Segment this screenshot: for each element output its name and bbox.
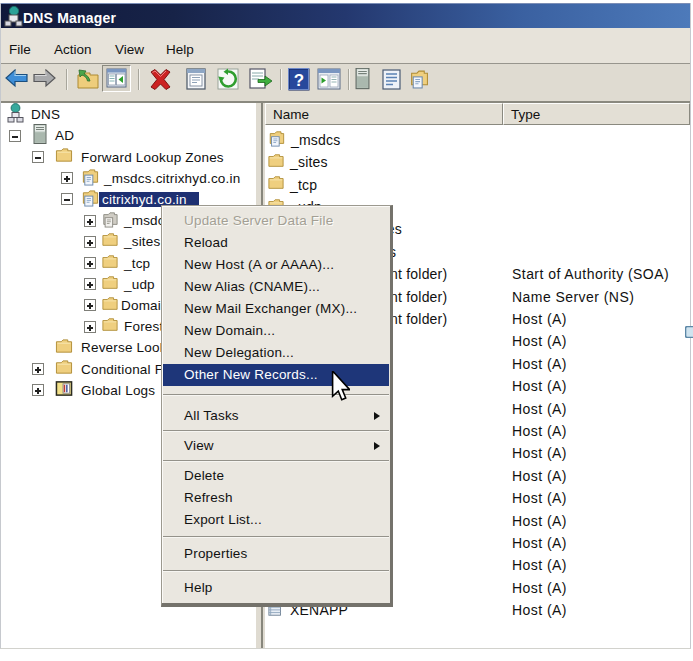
svg-text:?: ? [294,71,304,90]
